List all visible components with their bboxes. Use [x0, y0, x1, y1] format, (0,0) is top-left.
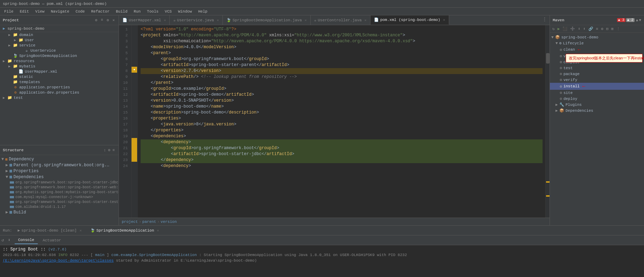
- menu-build[interactable]: Build: [113, 9, 130, 14]
- dep-spring-web[interactable]: ▦▦ org.springframework.boot:spring-boot-…: [0, 185, 119, 190]
- tab-pomxml[interactable]: 📄 pom.xml (spring-boot-demo) ✕: [370, 15, 449, 25]
- filter-icon[interactable]: ⚙: [107, 147, 112, 153]
- tree-item-service[interactable]: ▶ 📁 service: [0, 43, 119, 48]
- tree-item-static[interactable]: 📁 static: [0, 74, 119, 79]
- log-link-1[interactable]: (E:\LearningJava\spring-boot-demo\target…: [3, 258, 114, 263]
- dep-druid[interactable]: ▦▦ com.alibaba:druid:1.1.17: [0, 204, 119, 209]
- maven-settings-btn[interactable]: ⚙: [600, 26, 604, 32]
- breadcrumb-project[interactable]: project: [122, 220, 138, 224]
- menu-help[interactable]: Help: [196, 9, 210, 14]
- tree-item-test[interactable]: ▶ 📁 test: [0, 95, 119, 100]
- maven-package[interactable]: ⚙ package: [550, 71, 644, 77]
- maven-link-btn[interactable]: 🔗: [587, 26, 594, 32]
- maven-plugins[interactable]: ▶ 🔧 Plugins: [550, 102, 644, 108]
- dep-dependency[interactable]: ▼ ▦ Dependency: [0, 156, 119, 162]
- tab-console[interactable]: Console: [15, 236, 38, 244]
- dep-parent[interactable]: ▶ ▦ Parent (org.springframework.boot:org…: [0, 162, 119, 168]
- console-sidebar-icons[interactable]: ↺ ⬇: [1, 238, 10, 243]
- menu-run[interactable]: Run: [131, 9, 143, 14]
- maven-expand-btn[interactable]: ⊞: [610, 26, 615, 32]
- dep-mybatis[interactable]: ▦▦ org.mybatis.spring.boot:mybatis-sprin…: [0, 190, 119, 195]
- maven-clean[interactable]: ⚙ clean ←: [550, 46, 644, 53]
- dep-spring-test[interactable]: ▦▦ org.springframework.boot:spring-boot-…: [0, 199, 119, 204]
- more-tabs-button[interactable]: ⋮: [540, 15, 550, 25]
- tab-springbootapp[interactable]: 🍃 SpringBootDemoApplication.java ✕: [223, 15, 311, 25]
- tab-close-icon[interactable]: ✕: [217, 18, 219, 22]
- scrollbar-thumb[interactable]: [546, 53, 550, 64]
- collapse-icon[interactable]: ≡: [100, 17, 104, 23]
- code-editor[interactable]: <?xml version="1.0" encoding="UTF-8"?> <…: [138, 25, 545, 218]
- run-tab-app[interactable]: 🍃 SpringBootDemoApplication ✕: [87, 227, 162, 234]
- maven-test[interactable]: ⚙ test: [550, 65, 644, 71]
- breadcrumb-version[interactable]: version: [161, 220, 177, 224]
- menu-refactor[interactable]: Refactor: [88, 9, 112, 14]
- tree-item-usermapper[interactable]: 📄 UserMapper.xml: [0, 69, 119, 74]
- maven-verify[interactable]: ⚙ verify: [550, 77, 644, 83]
- menu-code[interactable]: Code: [73, 9, 87, 14]
- menu-window[interactable]: Window: [175, 9, 195, 14]
- close-icon[interactable]: ✕: [111, 17, 116, 23]
- maven-dependencies[interactable]: ▶ 📦 Dependencies: [550, 108, 644, 114]
- dep-spring-jdbc[interactable]: ▦▦ org.springframework.boot:spring-boot-…: [0, 180, 119, 185]
- maven-chevron-down[interactable]: ▼: [639, 18, 641, 22]
- maven-run-btn[interactable]: ▶: [557, 26, 561, 32]
- tree-item-userservice[interactable]: ☕ UserService: [0, 48, 119, 53]
- tree-item-springbootapp[interactable]: 🍃 SpringBootDemoApplication: [0, 53, 119, 58]
- menu-vcs[interactable]: VCS: [162, 9, 175, 14]
- dep-properties[interactable]: ▶ ▦ Properties: [0, 168, 119, 174]
- maven-add-btn[interactable]: ➕: [569, 26, 576, 32]
- run-tab-app-close[interactable]: ✕: [157, 228, 159, 233]
- tab-close-icon[interactable]: ✕: [164, 18, 166, 22]
- restart-icon[interactable]: ↺: [1, 238, 4, 243]
- settings-icon[interactable]: ⚙: [106, 17, 110, 23]
- maven-upload-btn[interactable]: ⬆: [582, 26, 587, 32]
- maven-root[interactable]: ▼ 📦 spring-boot-demo: [550, 34, 644, 40]
- tree-item-appdevprops[interactable]: ⚙ application-dev.properties: [0, 90, 119, 95]
- maven-more-btn[interactable]: ⋮: [615, 26, 621, 32]
- tree-item-user[interactable]: ▶ 📁 User: [0, 37, 119, 43]
- tree-item-resources[interactable]: ▶ 📁 resources: [0, 58, 119, 64]
- sort-icon[interactable]: ↕: [102, 148, 107, 153]
- tab-close-icon[interactable]: ✕: [305, 18, 307, 22]
- menu-view[interactable]: View: [33, 9, 47, 14]
- tab-userservice[interactable]: ☕ UserService.java ✕: [170, 15, 222, 25]
- run-tab-clean[interactable]: ▶ spring-boot-demo [clean] ✕: [15, 227, 84, 234]
- maven-collapse-btn[interactable]: ⊟: [605, 26, 610, 32]
- tab-actuator[interactable]: Actuator: [39, 237, 65, 244]
- dep-dependencies[interactable]: ▼ ▦ Dependencies: [0, 174, 119, 180]
- maven-install[interactable]: ⚙ install ←: [550, 83, 644, 90]
- line-num-6: 6: [119, 56, 129, 62]
- maven-filter-btn[interactable]: ≡: [595, 26, 600, 32]
- tree-item-appprops[interactable]: ⚙ application.properties: [0, 85, 119, 90]
- tab-usermapper[interactable]: 📄 UserMapper.xml ✕: [119, 15, 170, 25]
- settings2-icon[interactable]: ≡: [111, 148, 116, 153]
- menu-file[interactable]: File: [1, 9, 16, 14]
- tree-item-mybatis[interactable]: ▶ 📁 mybatis: [0, 64, 119, 69]
- maven-debug-btn[interactable]: ⬛: [561, 26, 568, 32]
- dep-build[interactable]: ▶ ▦ Build: [0, 209, 119, 215]
- tab-close-icon[interactable]: ✕: [443, 18, 445, 22]
- scroll-down-icon[interactable]: ⬇: [8, 238, 10, 243]
- xml-icon: 📄: [122, 18, 127, 22]
- sync-icon[interactable]: ⚙: [94, 17, 99, 23]
- maven-chevron-up[interactable]: ▲: [636, 18, 638, 22]
- maven-download-btn[interactable]: ⬇: [577, 26, 581, 32]
- breadcrumb-parent[interactable]: parent: [142, 220, 156, 224]
- maven-lifecycle[interactable]: ▼ ⚙ Lifecycle: [550, 40, 644, 46]
- tree-item-templates[interactable]: 📁 templates: [0, 79, 119, 85]
- tree-item-domain[interactable]: ▶ 📁 domain: [0, 32, 119, 37]
- vertical-scrollbar[interactable]: [545, 25, 550, 218]
- maven-refresh-btn[interactable]: ↻: [551, 26, 556, 32]
- code-line-14: <name>spring-boot-demo</name>: [141, 104, 543, 110]
- maven-deploy[interactable]: ⚙ deploy: [550, 96, 644, 102]
- menu-tools[interactable]: Tools: [144, 9, 161, 14]
- run-tab-close[interactable]: ✕: [79, 228, 82, 233]
- tab-label: UserService.java: [177, 18, 214, 22]
- gutter-marker-2: [132, 138, 137, 162]
- tab-usercontroller[interactable]: ☕ UserController.java ✕: [311, 15, 370, 25]
- menu-navigate[interactable]: Navigate: [48, 9, 72, 14]
- dep-mysql[interactable]: ▦▦ com.mysql:mysql-connector-j:<unknown>: [0, 195, 119, 199]
- menu-edit[interactable]: Edit: [17, 9, 31, 14]
- tab-close-icon[interactable]: ✕: [365, 18, 367, 22]
- maven-site[interactable]: ⚙ site: [550, 90, 644, 96]
